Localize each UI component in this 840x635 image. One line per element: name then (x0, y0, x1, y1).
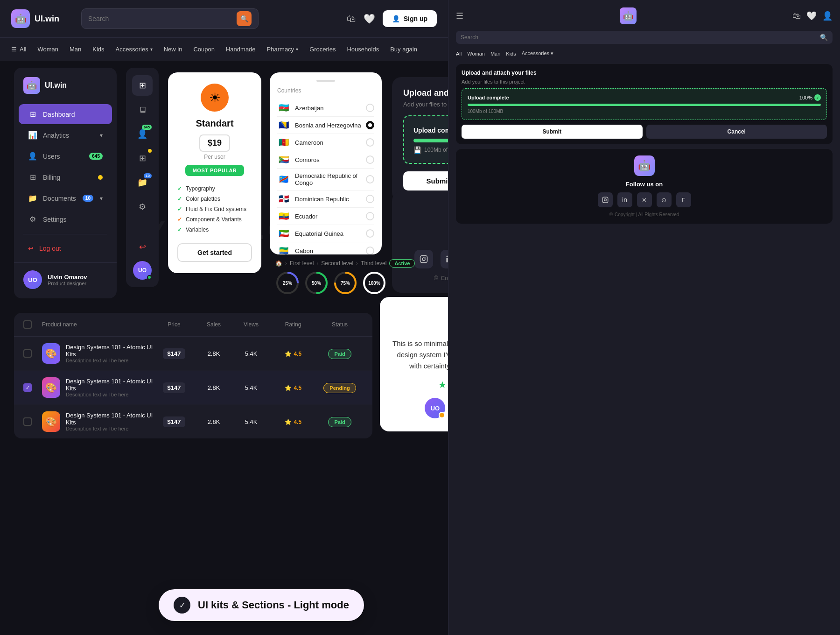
country-item-ec[interactable]: 🇪🇨 Ecuador (277, 208, 374, 225)
breadcrumb-level2[interactable]: Second level (321, 260, 353, 267)
table-row: ✓ 🎨 Design Systems 101 - Atomic UI Kits … (14, 371, 372, 405)
rp-nav-man[interactable]: Man (490, 50, 500, 56)
social-instagram[interactable] (414, 250, 433, 268)
svg-point-1 (422, 258, 425, 261)
row3-price: $147 (153, 417, 195, 426)
wishlist-btn[interactable]: 🤍 (364, 13, 375, 24)
rp-instagram[interactable] (598, 192, 613, 207)
sidebar-item-dashboard[interactable]: ⊞ Dashboard (19, 104, 112, 124)
radio-km[interactable] (366, 155, 374, 164)
rp-submit-btn[interactable]: Submit (462, 125, 643, 139)
rp-follow-title: Follow us on (626, 181, 663, 188)
country-item-km[interactable]: 🇰🇲 Comoros (277, 151, 374, 169)
mini-user-avatar[interactable]: UO (133, 261, 152, 280)
sidebar-logout[interactable]: ↩ Log out (19, 239, 112, 258)
mini-icon-users[interactable]: 👤 645 (132, 124, 153, 144)
rp-nav-woman[interactable]: Woman (467, 50, 485, 56)
breadcrumb-level3[interactable]: Third level (361, 260, 386, 267)
country-item-cd[interactable]: 🇨🇩 Democratic Republic of Congo (277, 169, 374, 190)
mini-icon-logout[interactable]: ↩ (132, 237, 153, 257)
country-item-az[interactable]: 🇦🇿 Azerbaijan (277, 99, 374, 117)
radio-do[interactable] (366, 195, 374, 203)
check-icon-4: ✓ (177, 216, 182, 223)
radio-ba[interactable] (366, 121, 374, 129)
row3-checkbox[interactable] (23, 417, 32, 426)
mini-icon-dashboard[interactable]: ⊞ (132, 75, 153, 96)
bottom-banner: ✓ UI kits & Sections - Light mode (159, 589, 364, 621)
radio-cm[interactable] (366, 138, 374, 147)
nav-groceries[interactable]: Groceries (309, 46, 336, 53)
country-item-do[interactable]: 🇩🇴 Dominican Republic (277, 190, 374, 208)
country-item-gq[interactable]: 🇬🇶 Equatorial Guinea (277, 225, 374, 242)
rp-user-btn[interactable]: 👤 (822, 11, 833, 21)
row1-checkbox[interactable] (23, 349, 32, 358)
rp-search-input[interactable] (461, 34, 816, 41)
top-search-input[interactable] (88, 15, 237, 22)
mini-icon-docs[interactable]: 📁 10 (132, 172, 153, 193)
nav-handmade[interactable]: Handmade (226, 46, 256, 53)
cart-btn[interactable]: 🛍 (347, 14, 356, 24)
pricing-cta-button[interactable]: Get started (177, 243, 252, 262)
rp-linkedin[interactable]: in (617, 192, 632, 207)
nav-coupon[interactable]: Coupon (193, 46, 215, 53)
nav-all[interactable]: ☰ All (11, 46, 26, 53)
rp-dribbble[interactable]: ⊙ (657, 192, 672, 207)
rp-menu-btn[interactable]: ☰ (456, 11, 463, 21)
nav-pharmacy[interactable]: Pharmacy (267, 46, 299, 53)
rp-search-bar[interactable]: 🔍 (456, 31, 833, 44)
country-item-ga[interactable]: 🇬🇦 Gabon (277, 242, 374, 254)
country-item-cm[interactable]: 🇨🇲 Cameroon (277, 134, 374, 151)
nav-buyagain[interactable]: Buy again (390, 46, 417, 53)
radio-ec[interactable] (366, 212, 374, 220)
breadcrumb-home[interactable]: 🏠 (275, 260, 282, 267)
rp-twitter[interactable]: ✕ (637, 192, 652, 207)
mini-icon-billing[interactable]: ⊞ (132, 148, 153, 169)
rp-figma[interactable]: F (676, 192, 691, 207)
dashboard-icon: ⊞ (28, 110, 37, 119)
country-item-ba[interactable]: 🇧🇦 Bosnia and Herzegovina (277, 117, 374, 134)
countries-title: Countries (277, 87, 374, 94)
radio-ga[interactable] (366, 247, 374, 254)
top-navbar: 🤖 UI.win 🔍 🛍 🤍 👤 Sign up (0, 0, 448, 37)
sidebar-item-billing[interactable]: ⊞ Billing (19, 167, 112, 187)
mini-icon-monitor[interactable]: 🖥 (132, 99, 153, 120)
radio-az[interactable] (366, 104, 374, 112)
sidebar-item-analytics[interactable]: 📊 Analytics ▾ (19, 125, 112, 145)
select-all-checkbox[interactable] (23, 320, 32, 329)
radio-gq[interactable] (366, 229, 374, 238)
rp-bag-btn[interactable]: 🛍 (792, 11, 801, 21)
flag-km: 🇰🇲 (277, 155, 290, 164)
sidebar-item-settings[interactable]: ⚙ Settings (19, 209, 112, 229)
top-search-btn[interactable]: 🔍 (237, 11, 252, 26)
nav-households[interactable]: Households (347, 46, 379, 53)
top-search-bar[interactable]: 🔍 (81, 8, 259, 29)
row2-checkbox[interactable]: ✓ (23, 383, 32, 392)
rp-cancel-btn[interactable]: Cancel (646, 125, 827, 139)
nav-kids[interactable]: Kids (92, 46, 104, 53)
users-badge: 645 (89, 153, 103, 160)
nav-man[interactable]: Man (70, 46, 81, 53)
breadcrumb: 🏠 › First level › Second level › Third l… (275, 259, 415, 268)
radio-cd[interactable] (366, 175, 374, 183)
nav-accessories[interactable]: Accessories (116, 46, 153, 53)
rp-follow-logo: 🤖 (634, 155, 655, 176)
table-row: 🎨 Design Systems 101 - Atomic UI Kits De… (14, 405, 372, 438)
rp-nav-all[interactable]: All (456, 50, 462, 56)
table-section: Product name Price Sales Views Rating St… (14, 313, 372, 438)
breadcrumb-level1[interactable]: First level (290, 260, 314, 267)
signup-button[interactable]: 👤 Sign up (383, 10, 437, 27)
sidebar-item-users[interactable]: 👤 Users 645 (19, 146, 112, 166)
rp-nav-kids[interactable]: Kids (506, 50, 516, 56)
rp-heart-btn[interactable]: 🤍 (806, 11, 817, 21)
th-sales: Sales (195, 321, 232, 328)
mini-icon-settings[interactable]: ⚙ (132, 197, 153, 217)
country-name-cm: Cameroon (295, 139, 361, 146)
nav-newin[interactable]: New in (164, 46, 182, 53)
sidebar-item-documents[interactable]: 📁 Documents 10 ▾ (19, 188, 112, 208)
rp-nav-accessories[interactable]: Accessories ▾ (522, 50, 553, 56)
progress-circles: 25% 50% 75% 100% (275, 271, 386, 295)
nav-woman[interactable]: Woman (37, 46, 58, 53)
copyright-icon: © (434, 275, 438, 282)
rp-ph1-title: Upload and attach your files (462, 70, 827, 76)
th-views: Views (232, 321, 270, 328)
